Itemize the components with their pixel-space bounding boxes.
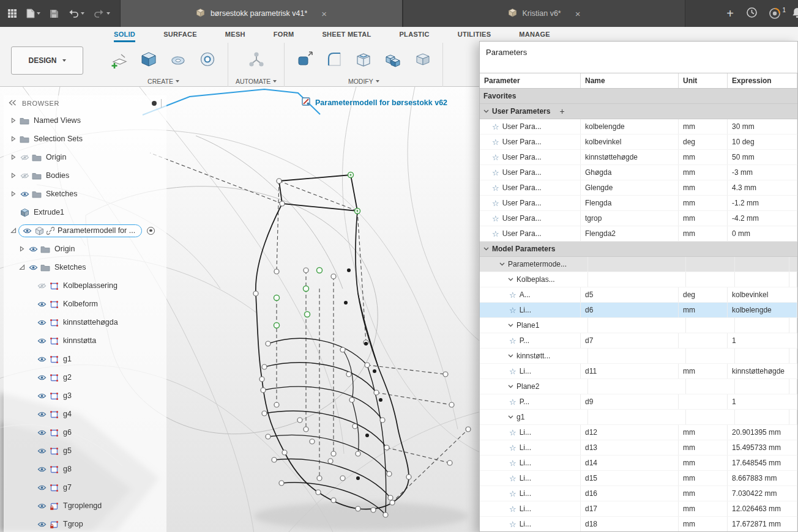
param-expression-cell[interactable]: 17.672871 mm (728, 517, 797, 531)
param-group-g1[interactable]: g1 (480, 410, 797, 425)
param-row-d18[interactable]: ☆Li...d18mm17.672871 mm (480, 517, 797, 532)
expand-arrow-icon[interactable] (9, 227, 18, 234)
param-name-cell[interactable]: d9 (581, 394, 679, 409)
param-expression-cell[interactable]: 20.901395 mm (728, 425, 797, 440)
notification-bell-icon[interactable] (792, 7, 798, 20)
hole-tool-icon[interactable] (195, 45, 220, 73)
create-sketch-icon[interactable] (106, 45, 132, 73)
param-name-cell[interactable]: d11 (581, 364, 679, 379)
favorite-star-icon[interactable]: ☆ (509, 337, 516, 345)
browser-item-tgrop[interactable]: Tgrop (4, 515, 166, 532)
app-grid-icon[interactable] (7, 9, 17, 18)
param-expression-cell[interactable]: 15.495733 mm (728, 440, 797, 455)
param-expression-cell[interactable]: 8.667883 mm (728, 471, 797, 486)
expand-arrow-icon[interactable] (9, 191, 18, 197)
favorite-star-icon[interactable]: ☆ (509, 459, 516, 467)
param-row-flengda[interactable]: ☆User Para...Flengdamm-1.2 mm (480, 196, 797, 211)
param-expression-cell[interactable]: kinnstøttehøgde (728, 364, 797, 379)
favorite-star-icon[interactable]: ☆ (509, 490, 516, 498)
favorite-star-icon[interactable]: ☆ (509, 475, 516, 482)
favorite-star-icon[interactable]: ☆ (492, 215, 499, 223)
param-name-cell[interactable]: kinnstøttehøgde (581, 150, 679, 164)
create-group-label[interactable]: CREATE (147, 76, 179, 87)
expand-arrow-icon[interactable] (17, 246, 27, 252)
browser-item-g3[interactable]: g3 (4, 386, 166, 405)
ribbon-tab-plastic[interactable]: PLASTIC (399, 31, 429, 42)
expand-arrow-icon[interactable] (9, 136, 18, 142)
visibility-eye-icon[interactable] (35, 338, 48, 344)
browser-item-g2[interactable]: g2 (4, 368, 166, 386)
chevron-down-icon[interactable] (483, 247, 489, 251)
browser-item-tgroplengd[interactable]: Tgroplengd (4, 497, 166, 515)
browser-item-named-views[interactable]: Named Views (4, 111, 166, 130)
param-row-d13[interactable]: ☆Li...d13mm15.495733 mm (480, 440, 797, 456)
visibility-eye-icon[interactable] (35, 374, 48, 381)
doc-tab-kristian-v6[interactable]: Kristian v6*× (403, 0, 685, 27)
param-group-plane2[interactable]: Plane2 (480, 379, 797, 394)
favorite-star-icon[interactable]: ☆ (492, 199, 499, 207)
browser-item-parametermodell-for[interactable]: Parametermodell for ... (4, 221, 166, 240)
file-menu-icon[interactable] (26, 9, 40, 18)
visibility-eye-icon[interactable] (35, 466, 48, 473)
visibility-eye-icon[interactable] (35, 484, 48, 491)
favorite-star-icon[interactable]: ☆ (492, 184, 499, 192)
visibility-eye-icon[interactable] (27, 264, 39, 271)
favorite-star-icon[interactable]: ☆ (492, 123, 499, 131)
chevron-down-icon[interactable] (508, 354, 513, 358)
param-row-d7[interactable]: ☆P...d71 (480, 333, 797, 349)
param-group-plane1[interactable]: Plane1 (480, 318, 797, 333)
shell-tool-icon[interactable] (351, 45, 376, 73)
param-expression-cell[interactable]: kolbevinkel (728, 287, 797, 302)
tab-close-icon[interactable]: × (321, 9, 327, 19)
favorite-star-icon[interactable]: ☆ (492, 153, 499, 161)
tab-close-icon[interactable]: × (575, 9, 581, 19)
favorite-star-icon[interactable]: ☆ (509, 429, 516, 437)
visibility-eye-icon[interactable] (35, 521, 48, 528)
favorite-star-icon[interactable]: ☆ (492, 169, 499, 177)
param-name-cell[interactable]: Flengda (581, 196, 679, 210)
param-name-cell[interactable]: Flengda2 (581, 226, 679, 241)
automate-group-label[interactable]: AUTOMATE (236, 76, 277, 87)
expand-arrow-icon[interactable] (17, 264, 27, 270)
param-name-cell[interactable]: d18 (581, 517, 679, 531)
visibility-eye-icon[interactable] (35, 283, 48, 289)
panel-resize-handle[interactable] (161, 99, 162, 108)
param-expression-cell[interactable]: 50 mm (728, 150, 797, 164)
browser-item-g1[interactable]: g1 (4, 350, 166, 368)
param-name-cell[interactable]: d13 (581, 440, 679, 455)
save-icon[interactable] (50, 9, 59, 18)
visibility-eye-icon[interactable] (18, 172, 31, 179)
favorite-star-icon[interactable]: ☆ (509, 444, 516, 452)
selected-item-outline[interactable]: Parametermodell for ... (18, 224, 142, 237)
param-name-cell[interactable]: d17 (581, 501, 679, 516)
browser-item-sketches[interactable]: Sketches (4, 258, 166, 276)
visibility-eye-icon[interactable] (35, 319, 48, 326)
favorite-star-icon[interactable]: ☆ (509, 368, 516, 375)
browser-item-kinnst-tteh-gda[interactable]: kinnstøttehøgda (4, 313, 166, 331)
visibility-eye-icon[interactable] (35, 411, 48, 418)
chevron-down-icon[interactable] (499, 262, 505, 266)
param-row-d15[interactable]: ☆Li...d15mm8.667883 mm (480, 471, 797, 486)
press-pull-tool-icon[interactable] (292, 45, 318, 73)
favorite-star-icon[interactable]: ☆ (509, 505, 516, 513)
favorite-star-icon[interactable]: ☆ (509, 291, 516, 299)
visibility-eye-icon[interactable] (35, 429, 48, 436)
visibility-eye-icon[interactable] (35, 503, 48, 509)
param-expression-cell[interactable]: -4.2 mm (728, 211, 797, 226)
visibility-eye-icon[interactable] (35, 301, 48, 308)
browser-item-extrude1[interactable]: Extrude1 (4, 203, 166, 221)
visibility-eye-icon[interactable] (18, 154, 31, 161)
param-row-glengde[interactable]: ☆User Para...Glengdemm4.3 mm (480, 180, 797, 196)
browser-item-kolbeplassering[interactable]: Kolbeplassering (4, 276, 166, 295)
param-name-cell[interactable]: d15 (581, 471, 679, 486)
param-name-cell[interactable]: tgrop (581, 211, 679, 226)
param-row-d16[interactable]: ☆Li...d16mm7.030422 mm (480, 486, 797, 501)
visibility-eye-icon[interactable] (35, 393, 48, 399)
param-expression-cell[interactable]: 17.648545 mm (728, 456, 797, 470)
chevron-down-icon[interactable] (508, 323, 513, 327)
param-expression-cell[interactable]: 1 (728, 333, 797, 348)
chevron-down-icon[interactable] (483, 109, 489, 113)
ribbon-tab-form[interactable]: FORM (274, 31, 294, 42)
offset-face-tool-icon[interactable] (409, 45, 435, 73)
chevron-down-icon[interactable] (508, 415, 513, 419)
